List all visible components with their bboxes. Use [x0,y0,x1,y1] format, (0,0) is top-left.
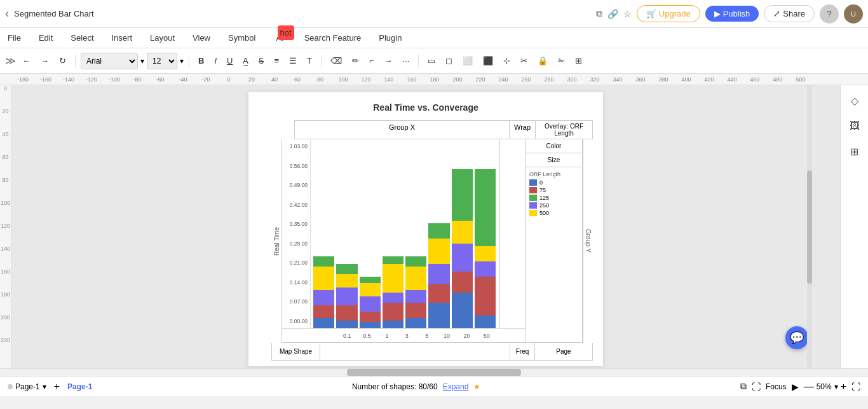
zoom-out-button[interactable]: — [804,381,814,392]
bar-group [452,169,473,328]
bar-segment [383,293,403,303]
page-name: Page-1 [15,382,40,391]
back-button[interactable]: ‹ [5,7,9,20]
grid-button[interactable]: ⊞ [571,54,586,67]
menu-select[interactable]: Select [68,31,96,45]
upgrade-button[interactable]: 🛒 Upgrade [637,5,700,22]
horizontal-scrollbar[interactable] [0,368,868,376]
lock-button[interactable]: 🔒 [534,54,552,67]
canvas[interactable]: Real Time vs. Converage Group X Wrap Ove… [11,85,840,368]
menu-edit[interactable]: Edit [36,31,55,45]
panel-image-icon[interactable]: 🖼 [844,116,865,136]
publish-button[interactable]: ▶ Publish [705,6,759,22]
arrow-button[interactable]: → [381,54,397,67]
align2-button[interactable]: ☰ [285,54,301,67]
legend-item: 250 [529,202,578,209]
menu-ai[interactable]: AI hot [271,31,288,45]
share-icon-top[interactable]: 🔗 [607,9,618,19]
text-button[interactable]: T [303,54,316,67]
bar-segment [383,321,403,328]
bar-segment [405,290,426,303]
statusbar: Page-1 ▾ + Page-1 Number of shapes: 80/6… [0,376,868,396]
strikethrough-button[interactable]: S̶ [255,54,268,67]
bar-segment [405,303,426,318]
page-footer: Page [535,343,592,360]
underline-button[interactable]: U [223,54,236,67]
bar-segment [360,322,381,328]
rotate-button[interactable]: ↻ [55,54,70,67]
menu-insert[interactable]: Insert [109,31,135,45]
footer-spacer [320,343,510,360]
font-family-select[interactable]: Arial [81,53,138,69]
shape3-button[interactable]: ⬜ [459,54,477,67]
duplicate-icon[interactable]: ⧉ [596,8,602,19]
vertical-scrollbar[interactable] [807,85,812,368]
layers-button[interactable]: ⧉ [740,381,747,392]
ruler-numbers: -180 -160 -140 -120 -100 -80 -60 -40 -20… [11,76,812,83]
chat-icon: 💬 [790,331,804,345]
horizontal-ruler: -180 -160 -140 -120 -100 -80 -60 -40 -20… [0,74,868,85]
cut-button[interactable]: ✁ [554,54,569,67]
font-size-select[interactable]: 12 [147,53,177,69]
main-area: 0 20 40 60 80 100 120 140 160 180 200 22… [0,85,868,368]
redo-button[interactable]: → [37,54,53,67]
align-button[interactable]: ≡ [270,54,283,67]
group-x-header: Group X [295,121,510,139]
x-label: 5 [418,333,436,339]
italic-button[interactable]: I [210,54,220,67]
shape2-button[interactable]: ◻ [442,54,456,67]
bar-group [336,264,357,328]
x-label: 1 [378,333,396,339]
dots-button[interactable]: ··· [399,54,414,67]
panel-grid-icon[interactable]: ⊞ [844,141,865,162]
star-icon[interactable]: ☆ [623,9,632,19]
bar-group [313,256,334,328]
crop-button[interactable]: ✂ [517,54,531,67]
y-tick: 0.56.00 [282,163,308,169]
y-tick: 0.42.00 [282,202,308,208]
share-button[interactable]: ⤢ Share [764,5,815,22]
menu-file[interactable]: File [5,31,24,45]
help-button[interactable]: ? [820,4,839,24]
undo-button[interactable]: ← [18,54,34,67]
bold-button[interactable]: B [194,54,208,67]
legend-value: 250 [539,202,549,209]
menu-search-feature[interactable]: Search Feature [302,31,364,45]
menu-layout[interactable]: Layout [147,31,177,45]
menu-symbol[interactable]: Symbol [226,31,258,45]
bar-group [428,223,449,328]
toolbar: ≫ ← → ↻ Arial ▾ 12 ▾ B I U A̲ S̶ ≡ ☰ T ⌫… [0,48,868,74]
eraser-button[interactable]: ⌫ [327,54,346,67]
color-button[interactable]: Color [526,139,582,153]
user-avatar[interactable]: U [844,4,863,24]
hscroll-thumb[interactable] [347,369,520,376]
fullscreen-button[interactable]: ⛶ [752,382,761,392]
menu-plugin[interactable]: Plugin [376,31,404,45]
bar-segment [428,223,449,239]
menu-view[interactable]: View [190,31,213,45]
map-shape-button[interactable]: Map Shape [272,343,320,360]
play-button[interactable]: ▶ [792,382,799,392]
add-page-button[interactable]: + [54,381,60,392]
shape4-button[interactable]: ⬛ [479,54,497,67]
font-color-button[interactable]: A̲ [239,54,252,67]
zoom-in-button[interactable]: + [841,381,846,392]
line-button[interactable]: ⌐ [365,54,378,67]
shape1-button[interactable]: ▭ [424,54,439,67]
size-button[interactable]: Size [526,153,582,167]
select-btn[interactable]: ⊹ [499,54,514,67]
expand-link[interactable]: Expand [443,382,469,391]
zoom-dropdown[interactable]: ▾ [834,382,838,391]
wrap-column [499,139,525,328]
chat-button[interactable]: 💬 [785,326,808,349]
fit-page-button[interactable]: ⛶ [851,382,860,392]
pen-button[interactable]: ✏ [348,54,363,67]
star-status-icon[interactable]: ★ [473,382,480,391]
panel-design-icon[interactable]: ◇ [844,90,865,111]
y-axis-label: Real Time [271,139,281,343]
bar-segment [475,277,496,315]
scrollbar-thumb[interactable] [807,170,812,284]
page-dropdown-arrow[interactable]: ▾ [43,382,46,391]
expand-panels-icon[interactable]: ≫ [5,55,16,67]
separator-3 [321,55,322,67]
